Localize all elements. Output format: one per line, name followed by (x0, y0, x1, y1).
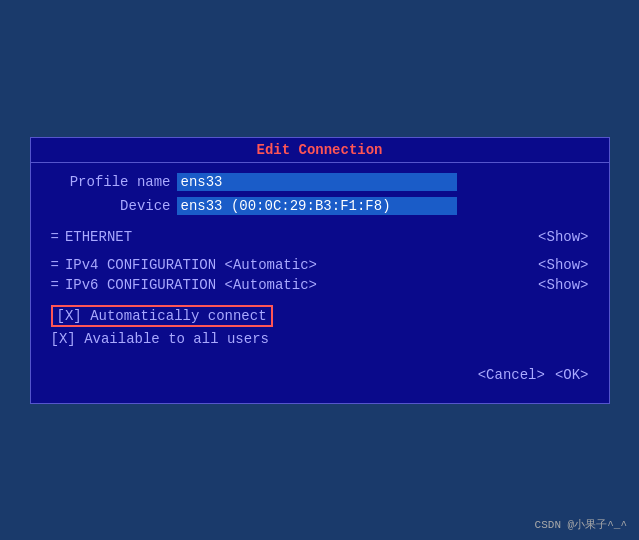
all-users-indicator: [X] (51, 331, 76, 347)
auto-connect-row: [X] Automatically connect (51, 305, 589, 327)
all-users-checkbox[interactable]: [X] Available to all users (51, 331, 269, 347)
ipv6-title: IPv6 CONFIGURATION <Automatic> (65, 277, 317, 293)
ipv6-equals: = (51, 277, 59, 293)
ipv4-title: IPv4 CONFIGURATION <Automatic> (65, 257, 317, 273)
all-users-row: [X] Available to all users (51, 331, 589, 347)
profile-name-row: Profile name ens33 (51, 173, 589, 191)
device-row: Device ens33 (00:0C:29:B3:F1:F8) (51, 197, 589, 215)
ok-button[interactable]: <OK> (555, 367, 589, 383)
profile-name-label: Profile name (51, 174, 171, 190)
button-row: <Cancel> <OK> (51, 367, 589, 383)
device-label: Device (51, 198, 171, 214)
ipv6-section-row: = IPv6 CONFIGURATION <Automatic> <Show> (51, 277, 589, 293)
dialog-content: Profile name ens33 Device ens33 (00:0C:2… (31, 163, 609, 403)
profile-name-value[interactable]: ens33 (177, 173, 457, 191)
outer-container: Edit Connection Profile name ens33 Devic… (0, 0, 639, 540)
ethernet-title: ETHERNET (65, 229, 132, 245)
auto-connect-indicator: [X] (57, 308, 82, 324)
ethernet-show-button[interactable]: <Show> (538, 229, 588, 245)
ipv4-section-row: = IPv4 CONFIGURATION <Automatic> <Show> (51, 257, 589, 273)
ipv4-equals: = (51, 257, 59, 273)
watermark-text: CSDN @小果子^_^ (535, 517, 627, 532)
ethernet-section-left: = ETHERNET (51, 229, 133, 245)
device-value[interactable]: ens33 (00:0C:29:B3:F1:F8) (177, 197, 457, 215)
auto-connect-label: Automatically connect (90, 308, 266, 324)
ethernet-equals: = (51, 229, 59, 245)
ipv6-section-left: = IPv6 CONFIGURATION <Automatic> (51, 277, 317, 293)
cancel-button[interactable]: <Cancel> (478, 367, 545, 383)
auto-connect-checkbox[interactable]: [X] Automatically connect (51, 305, 273, 327)
all-users-label: Available to all users (84, 331, 269, 347)
ipv4-show-button[interactable]: <Show> (538, 257, 588, 273)
edit-connection-dialog: Edit Connection Profile name ens33 Devic… (30, 137, 610, 404)
dialog-title: Edit Connection (31, 138, 609, 163)
ethernet-section-row: = ETHERNET <Show> (51, 229, 589, 245)
ipv6-show-button[interactable]: <Show> (538, 277, 588, 293)
ipv4-section-left: = IPv4 CONFIGURATION <Automatic> (51, 257, 317, 273)
